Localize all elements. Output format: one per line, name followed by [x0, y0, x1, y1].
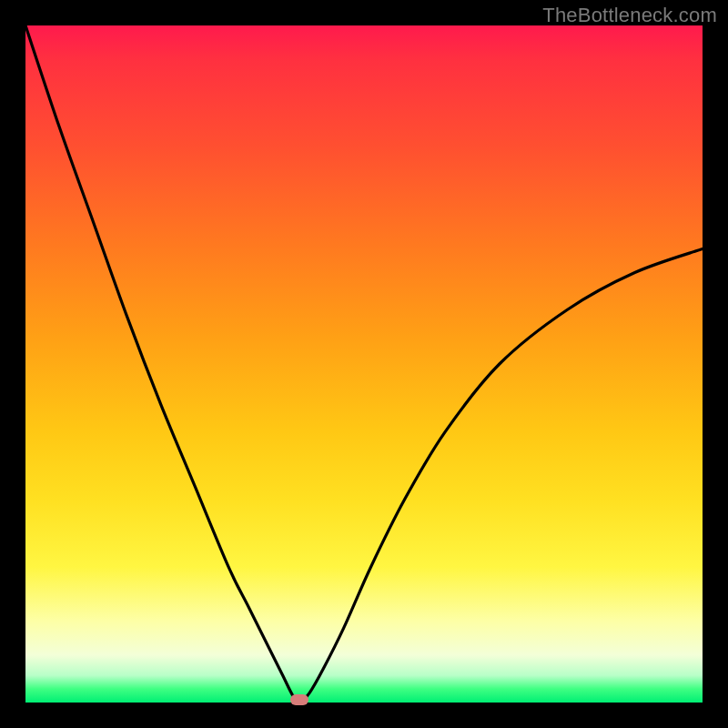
- bottleneck-curve: [25, 25, 703, 703]
- plot-area: [25, 25, 703, 703]
- curve-path: [25, 25, 703, 703]
- chart-frame: TheBottleneck.com: [0, 0, 728, 728]
- optimal-point-marker: [290, 694, 308, 705]
- watermark-text: TheBottleneck.com: [542, 4, 717, 27]
